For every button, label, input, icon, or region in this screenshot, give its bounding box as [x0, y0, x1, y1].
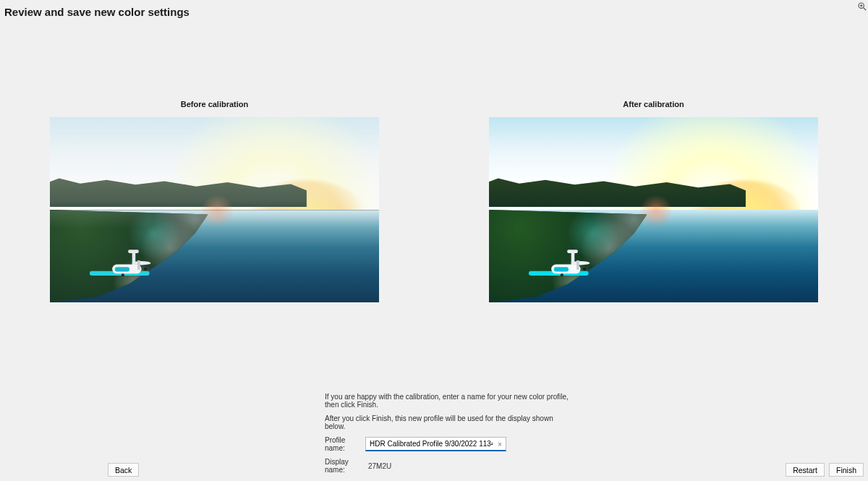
after-calibration-image — [489, 117, 818, 302]
instruction-line-2: After you click Finish, this new profile… — [325, 414, 571, 430]
display-name-label: Display name: — [325, 458, 365, 474]
profile-form: If you are happy with the calibration, e… — [325, 393, 571, 474]
instruction-line-1: If you are happy with the calibration, e… — [325, 393, 571, 409]
before-column: Before calibration — [50, 103, 379, 302]
back-button[interactable]: Back — [108, 463, 139, 477]
svg-line-1 — [864, 8, 867, 11]
svg-point-12 — [121, 273, 124, 276]
before-calibration-image — [50, 117, 379, 302]
after-label: After calibration — [623, 100, 684, 108]
svg-rect-18 — [553, 267, 568, 271]
svg-rect-10 — [137, 260, 140, 270]
after-column: After calibration — [489, 103, 818, 302]
clear-input-icon[interactable]: × — [495, 439, 505, 449]
restart-button[interactable]: Restart — [786, 463, 825, 477]
svg-point-11 — [143, 268, 147, 271]
page-title: Review and save new color settings — [4, 6, 190, 18]
svg-rect-19 — [576, 260, 579, 270]
svg-rect-16 — [567, 250, 578, 254]
svg-point-20 — [582, 268, 586, 271]
airplane-icon — [90, 247, 169, 290]
profile-name-label: Profile name: — [325, 436, 365, 452]
display-name-value: 27M2U — [368, 462, 391, 470]
zoom-icon[interactable] — [857, 1, 867, 12]
calibration-preview-row: Before calibration — [0, 103, 868, 302]
before-label: Before calibration — [181, 100, 249, 108]
profile-name-input[interactable] — [365, 437, 506, 451]
svg-rect-9 — [114, 267, 129, 271]
svg-rect-7 — [128, 250, 139, 254]
svg-point-21 — [560, 273, 563, 276]
finish-button[interactable]: Finish — [829, 463, 864, 477]
airplane-icon — [529, 247, 608, 290]
